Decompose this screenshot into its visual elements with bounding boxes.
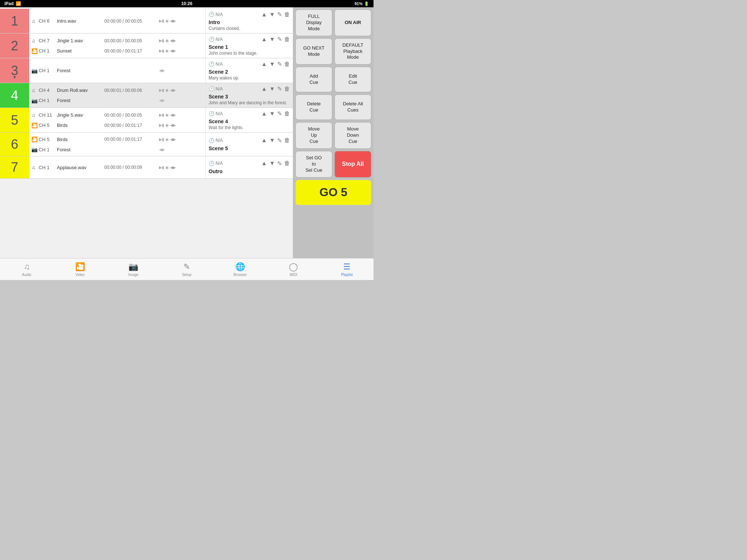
- edit-button[interactable]: ✎: [277, 61, 282, 67]
- track-file-name: Birds: [57, 122, 104, 128]
- move-down-cue-button[interactable]: MoveDownCue: [334, 122, 371, 149]
- down-arrow-button[interactable]: ▼: [269, 11, 275, 18]
- up-arrow-button[interactable]: ▲: [261, 110, 267, 117]
- track-file-name: Forest: [57, 68, 104, 73]
- cue-actions: ▲ ▼ ✎ 🗑: [261, 61, 290, 67]
- down-arrow-button[interactable]: ▼: [269, 61, 275, 67]
- down-arrow-button[interactable]: ▼: [269, 160, 275, 167]
- on-air-button[interactable]: ON AIR: [334, 9, 371, 36]
- tab-setup[interactable]: ✎ Setup: [160, 258, 213, 280]
- down-arrow-button[interactable]: ▼: [269, 137, 275, 144]
- go-button[interactable]: GO 5: [295, 180, 371, 205]
- edit-button[interactable]: ✎: [277, 160, 282, 167]
- tab-video[interactable]: 🎦 Video: [53, 258, 107, 280]
- tab-midi[interactable]: ◯ MIDI: [267, 258, 320, 280]
- delete-button[interactable]: 🗑: [284, 160, 290, 167]
- battery-percent: 91%: [355, 1, 363, 6]
- cue-row[interactable]: 4 ♫ CH 4 Drum Roll.wav 00:00:01 / 00:00:…: [0, 83, 293, 108]
- browser-label: Browser: [233, 273, 247, 277]
- cue-tracks: ♫ CH 7 Jingle 1.wav 00:00:00 / 00:00:05 …: [29, 34, 205, 58]
- cue-row[interactable]: 6 🎦 CH 5 Birds 00:00:00 / 00:01:17 ▶▮ ◉ …: [0, 133, 293, 156]
- track-row: ♫ CH 6 Intro.wav 00:00:00 / 00:00:05 ▶▮ …: [29, 16, 205, 26]
- track-controls[interactable]: ◀▶: [159, 147, 165, 152]
- track-controls[interactable]: ▶▮ ◉ ◀▶: [159, 113, 176, 117]
- clock: 10:26: [181, 1, 193, 6]
- edit-button[interactable]: ✎: [277, 36, 282, 43]
- cue-row[interactable]: 7 ♫ CH 1 Applause.wav 00:00:00 / 00:00:0…: [0, 156, 293, 179]
- track-controls[interactable]: ◀▶: [159, 68, 165, 73]
- clock-icon: 🕐: [209, 138, 214, 143]
- cue-tracks: ♫ CH 1 Applause.wav 00:00:00 / 00:00:09 …: [29, 156, 205, 178]
- tab-image[interactable]: 📷 Image: [107, 258, 160, 280]
- add-cue-button[interactable]: AddCue: [295, 67, 332, 92]
- delete-button[interactable]: 🗑: [284, 86, 290, 92]
- track-row: ♫ CH 11 Jingle 5.wav 00:00:00 / 00:00:05…: [29, 110, 205, 120]
- track-file-name: Applause.wav: [57, 165, 104, 170]
- up-arrow-button[interactable]: ▲: [261, 137, 267, 144]
- go-next-mode-button[interactable]: GO NEXTMode: [295, 38, 332, 65]
- cue-number-text: 1: [11, 13, 18, 29]
- edit-button[interactable]: ✎: [277, 110, 282, 117]
- edit-button[interactable]: ✎: [277, 11, 282, 18]
- track-controls[interactable]: ▶▮ ◉ ◀▶: [159, 137, 176, 142]
- cue-description: Wait for the lights.: [209, 125, 290, 130]
- delete-button[interactable]: 🗑: [284, 36, 290, 43]
- track-controls[interactable]: ◀▶: [159, 98, 165, 103]
- tab-browser[interactable]: 🌐 Browser: [213, 258, 267, 280]
- track-time: 00:00:00 / 00:00:05: [104, 38, 159, 43]
- track-row: 📷 CH 1 Forest ◀▶: [29, 144, 205, 155]
- track-type-icon: 🎦: [31, 48, 39, 54]
- edit-button[interactable]: ✎: [277, 85, 282, 92]
- cue-info-header: 🕐 N/A ▲ ▼ ✎ 🗑: [209, 137, 290, 144]
- tab-playlist[interactable]: ☰ Playlist: [320, 258, 374, 280]
- cue-actions: ▲ ▼ ✎ 🗑: [261, 11, 290, 18]
- delete-all-cues-button[interactable]: Delete AllCues: [334, 94, 371, 120]
- track-controls[interactable]: ▶▮ ◉ ◀▶: [159, 48, 176, 53]
- track-type-icon: 📷: [31, 98, 39, 104]
- stop-all-button[interactable]: Stop All: [334, 151, 371, 178]
- down-arrow-button[interactable]: ▼: [269, 86, 275, 92]
- default-playback-button[interactable]: DEFAULTPlaybackMode: [334, 38, 371, 65]
- track-controls[interactable]: ▶▮ ◉ ◀▶: [159, 88, 176, 93]
- cue-timer: 🕐 N/A: [209, 12, 223, 17]
- cue-row[interactable]: 5 ♫ CH 11 Jingle 5.wav 00:00:00 / 00:00:…: [0, 108, 293, 133]
- cue-description: Mary wakes up.: [209, 75, 290, 81]
- set-go-sel-cue-button[interactable]: Set GOtoSel Cue: [295, 151, 332, 178]
- up-arrow-button[interactable]: ▲: [261, 11, 267, 18]
- audio-label: Audio: [22, 273, 31, 277]
- up-arrow-button[interactable]: ▲: [261, 36, 267, 43]
- track-row: 🎦 CH 1 Sunset 00:00:00 / 00:01:17 ▶▮ ◉ ◀…: [29, 46, 205, 56]
- tab-bar: ♫ Audio 🎦 Video 📷 Image ✎ Setup 🌐 Browse…: [0, 258, 374, 280]
- down-arrow-button[interactable]: ▼: [269, 110, 275, 117]
- edit-button[interactable]: ✎: [277, 137, 282, 144]
- up-arrow-button[interactable]: ▲: [261, 160, 267, 167]
- sidebar-row-1: FULLDisplayMode ON AIR: [295, 9, 371, 36]
- delete-button[interactable]: 🗑: [284, 11, 290, 18]
- cue-list-panel[interactable]: 1 ♫ CH 6 Intro.wav 00:00:00 / 00:00:05 ▶…: [0, 7, 293, 258]
- cue-title: Scene 4: [209, 118, 290, 124]
- delete-button[interactable]: 🗑: [284, 110, 290, 117]
- delete-cue-button[interactable]: DeleteCue: [295, 94, 332, 120]
- cue-row[interactable]: 2 ♫ CH 7 Jingle 1.wav 00:00:00 / 00:00:0…: [0, 34, 293, 58]
- up-arrow-button[interactable]: ▲: [261, 61, 267, 67]
- cue-number: 5: [0, 108, 29, 132]
- edit-cue-button[interactable]: EditCue: [334, 67, 371, 92]
- up-arrow-button[interactable]: ▲: [261, 86, 267, 92]
- track-file-name: Birds: [57, 137, 104, 142]
- delete-button[interactable]: 🗑: [284, 61, 290, 67]
- track-controls[interactable]: ▶▮ ◉ ◀▶: [159, 19, 176, 23]
- full-display-button[interactable]: FULLDisplayMode: [295, 9, 332, 36]
- track-file-name: Drum Roll.wav: [57, 88, 104, 93]
- device-name: iPad: [4, 1, 13, 6]
- track-channel: CH 11: [39, 112, 57, 118]
- down-arrow-button[interactable]: ▼: [269, 36, 275, 43]
- move-up-cue-button[interactable]: MoveUpCue: [295, 122, 332, 149]
- track-channel: CH 5: [39, 137, 57, 142]
- delete-button[interactable]: 🗑: [284, 137, 290, 144]
- track-controls[interactable]: ▶▮ ◉ ◀▶: [159, 165, 176, 170]
- cue-row[interactable]: 1 ♫ CH 6 Intro.wav 00:00:00 / 00:00:05 ▶…: [0, 9, 293, 34]
- track-controls[interactable]: ▶▮ ◉ ◀▶: [159, 38, 176, 43]
- track-controls[interactable]: ▶▮ ◉ ◀▶: [159, 123, 176, 128]
- tab-audio[interactable]: ♫ Audio: [0, 258, 53, 280]
- cue-row[interactable]: 3▼ 📷 CH 1 Forest ◀▶ 🕐 N/A ▲ ▼ ✎ 🗑 Scene …: [0, 58, 293, 83]
